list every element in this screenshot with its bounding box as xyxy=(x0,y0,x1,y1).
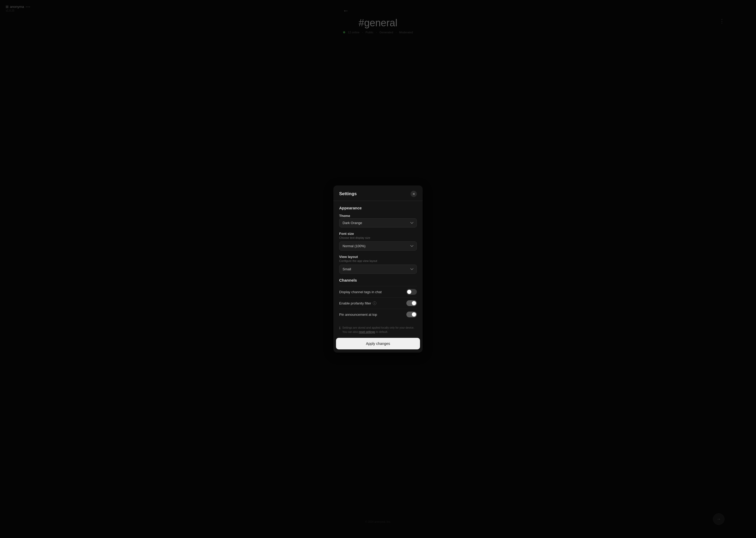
pin-announcement-toggle[interactable] xyxy=(406,311,417,317)
profanity-filter-slider xyxy=(406,300,417,306)
modal-overlay: Settings ✕ Appearance Theme Dark Orange … xyxy=(0,0,756,538)
font-size-sublabel: Choose text display size xyxy=(339,236,417,239)
channels-section-title: Channels xyxy=(339,278,417,282)
view-layout-select[interactable]: Small Medium Large xyxy=(339,265,417,274)
pin-announcement-label: Pin announcement at top xyxy=(339,313,377,317)
font-size-label: Font size xyxy=(339,232,417,236)
display-channel-tags-label: Display channel tags in chat xyxy=(339,290,382,294)
footer-info-text-after: to default. xyxy=(375,330,388,333)
modal-title: Settings xyxy=(339,191,357,196)
view-layout-setting-group: View layout Configure the app view layou… xyxy=(339,255,417,274)
settings-modal: Settings ✕ Appearance Theme Dark Orange … xyxy=(333,186,423,352)
modal-header: Settings ✕ xyxy=(333,186,423,201)
pin-announcement-slider xyxy=(406,311,417,317)
profanity-filter-label: Enable profanity filter i xyxy=(339,301,376,305)
profanity-filter-toggle[interactable] xyxy=(406,300,417,306)
theme-setting-group: Theme Dark Orange Dark Light System xyxy=(339,214,417,228)
close-modal-button[interactable]: ✕ xyxy=(410,191,417,197)
modal-body: Appearance Theme Dark Orange Dark Light … xyxy=(333,201,423,323)
display-channel-tags-row: Display channel tags in chat xyxy=(339,286,417,297)
profanity-filter-info-icon[interactable]: i xyxy=(373,301,376,305)
view-layout-label: View layout xyxy=(339,255,417,259)
apply-changes-button[interactable]: Apply changes xyxy=(336,338,420,350)
reset-settings-link[interactable]: reset settings xyxy=(359,330,375,333)
theme-select[interactable]: Dark Orange Dark Light System xyxy=(339,218,417,228)
view-layout-sublabel: Configure the app view layout xyxy=(339,259,417,262)
pin-announcement-row: Pin announcement at top xyxy=(339,309,417,320)
display-channel-tags-toggle[interactable] xyxy=(406,289,417,295)
profanity-filter-row: Enable profanity filter i xyxy=(339,297,417,309)
font-size-setting-group: Font size Choose text display size Small… xyxy=(339,232,417,250)
footer-info-text: Settings are stored and applied locally … xyxy=(342,326,417,334)
display-channel-tags-slider xyxy=(406,289,417,295)
modal-footer-info: ℹ Settings are stored and applied locall… xyxy=(333,323,423,338)
appearance-section-title: Appearance xyxy=(339,206,417,210)
font-size-select[interactable]: Small (80%) Normal (100%) Large (120%) E… xyxy=(339,242,417,250)
channels-section: Channels Display channel tags in chat En… xyxy=(339,278,417,320)
theme-label: Theme xyxy=(339,214,417,218)
footer-info-icon: ℹ xyxy=(339,326,341,330)
